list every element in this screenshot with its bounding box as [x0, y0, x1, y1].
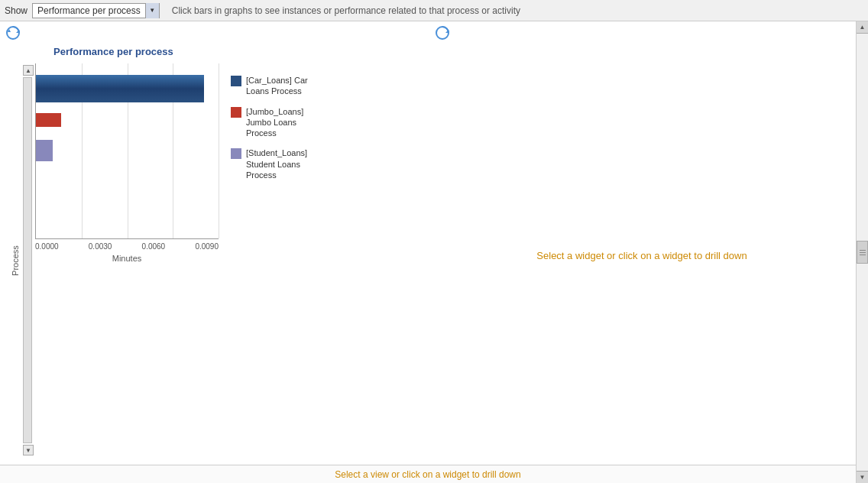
drill-down-message: Select a widget or click on a widget to … — [536, 250, 747, 261]
scrollbar-handle[interactable] — [857, 241, 868, 264]
scrollbar-up-btn[interactable]: ▲ — [857, 21, 868, 34]
refresh-left-icon[interactable] — [5, 24, 21, 44]
legend-label-student-loans: [Student_Loans]Student LoansProcess — [246, 147, 307, 180]
toolbar: Show Performance per process Click bars … — [0, 0, 868, 21]
bar-jumbo-loans[interactable] — [36, 113, 61, 127]
legend-item-car-loans: [Car_Loans] CarLoans Process — [231, 75, 308, 97]
select-dropdown-btn[interactable] — [145, 3, 159, 18]
process-select[interactable]: Performance per process — [32, 3, 160, 18]
status-message: Select a view or click on a widget to dr… — [335, 469, 520, 480]
bar-chart[interactable] — [35, 63, 219, 239]
bar-student-loans[interactable] — [36, 140, 53, 161]
refresh-right-icon[interactable] — [434, 24, 451, 44]
toolbar-instruction: Click bars in graphs to see instances or… — [172, 5, 520, 16]
svg-marker-3 — [445, 30, 449, 33]
legend-label-car-loans: [Car_Loans] CarLoans Process — [246, 75, 308, 97]
legend-item-jumbo-loans: [Jumbo_Loans]Jumbo LoansProcess — [231, 106, 308, 139]
x-tick-0: 0.0000 — [35, 242, 59, 251]
bar-car-loans[interactable] — [36, 75, 204, 102]
x-axis-label: Minutes — [112, 254, 142, 263]
chart-scroll-up[interactable]: ▲ — [23, 65, 34, 76]
select-value: Performance per process — [33, 3, 145, 18]
x-tick-1: 0.0030 — [89, 242, 112, 251]
chart-scroll-down[interactable]: ▼ — [23, 445, 34, 455]
chart-title: Performance per process — [53, 46, 420, 57]
show-label: Show — [5, 5, 28, 16]
scrollbar-down-btn[interactable]: ▼ — [857, 471, 868, 483]
legend-item-student-loans: [Student_Loans]Student LoansProcess — [231, 147, 308, 180]
status-bar: Select a view or click on a widget to dr… — [0, 465, 856, 483]
y-axis-label: Process — [11, 245, 20, 276]
icon-bar — [0, 21, 856, 46]
x-tick-2: 0.0060 — [142, 242, 166, 251]
legend-label-jumbo-loans: [Jumbo_Loans]Jumbo LoansProcess — [246, 106, 303, 139]
x-tick-3: 0.0090 — [195, 242, 219, 251]
